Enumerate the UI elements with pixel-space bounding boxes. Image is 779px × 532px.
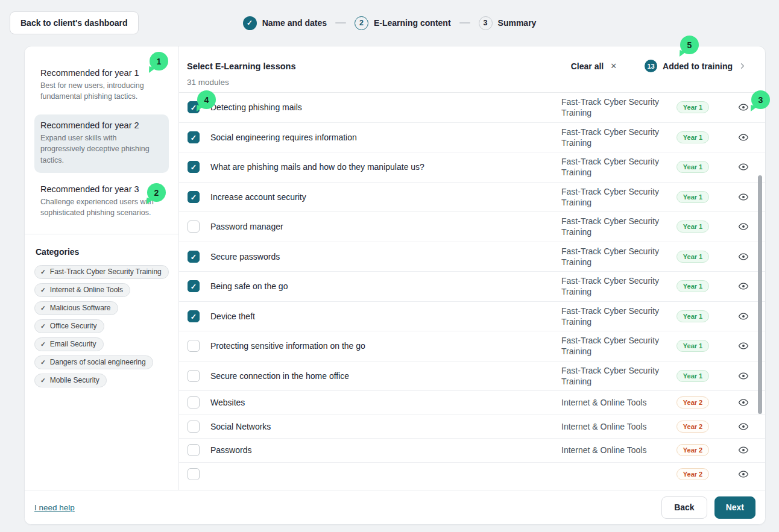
lesson-checkbox[interactable] (188, 131, 200, 143)
check-icon (191, 311, 197, 322)
preview-eye-icon[interactable] (738, 251, 749, 262)
category-filter-chip[interactable]: Email Security (34, 337, 104, 351)
check-icon (40, 268, 46, 276)
step-label: E-Learning content (374, 18, 451, 28)
lesson-title: Passwords (210, 445, 561, 455)
year-badge: Year 1 (676, 191, 709, 203)
preview-eye-icon[interactable] (738, 281, 749, 292)
preview-eye-icon[interactable] (738, 445, 749, 455)
recommendation-description: Expand user skills with progressively de… (40, 133, 163, 165)
lesson-category: Fast-Track Cyber Security Training (561, 272, 664, 301)
year-badge: Year 1 (676, 280, 709, 292)
lesson-checkbox[interactable] (188, 340, 200, 352)
check-icon (40, 286, 46, 294)
lesson-title: Being safe on the go (210, 281, 561, 291)
check-icon (40, 358, 46, 366)
year-badge: Year 1 (676, 161, 709, 173)
lesson-checkbox[interactable] (188, 421, 200, 433)
year-badge: Year 1 (676, 310, 709, 322)
lesson-row: Detecting phishing mails Fast-Track Cybe… (179, 93, 765, 123)
tooltip-marker-1[interactable]: 1 (150, 52, 168, 70)
lesson-checkbox[interactable] (188, 396, 200, 408)
step-summary[interactable]: 3 Summary (479, 16, 537, 30)
lesson-row: Secure connection in the home office Fas… (179, 361, 765, 392)
lesson-title: Protecting sensitive information on the … (210, 341, 561, 351)
back-to-dashboard-button[interactable]: Back to client's dashboard (10, 11, 139, 34)
check-icon (191, 161, 197, 172)
lesson-checkbox[interactable] (188, 468, 200, 480)
preview-eye-icon[interactable] (738, 132, 749, 143)
lesson-row: Secure passwords Fast-Track Cyber Securi… (179, 242, 765, 272)
lesson-checkbox[interactable] (188, 444, 200, 456)
tooltip-marker-2[interactable]: 2 (147, 183, 166, 202)
lesson-checkbox[interactable] (188, 191, 200, 203)
recommendations-sidebar: Recommended for year 1 Best for new user… (25, 46, 179, 490)
step-name-and-dates[interactable]: Name and dates (243, 16, 327, 30)
check-icon (40, 340, 46, 348)
lesson-title: Websites (210, 398, 561, 407)
recommendation-option[interactable]: Recommended for year 2 Expand user skill… (34, 114, 169, 172)
preview-eye-icon[interactable] (738, 397, 749, 408)
lesson-category: Fast-Track Cyber Security Training (561, 93, 664, 122)
lesson-category: Internet & Online Tools (561, 418, 664, 436)
preview-eye-icon[interactable] (738, 221, 749, 232)
lesson-row: Password manager Fast-Track Cyber Securi… (179, 212, 765, 242)
category-filter-chip[interactable]: Office Security (34, 319, 104, 333)
lesson-row: Passwords Internet & Online Tools Year 2 (179, 439, 765, 463)
back-button[interactable]: Back (661, 496, 707, 519)
clear-all-button[interactable]: Clear all ✕ (571, 61, 617, 71)
lesson-row: Being safe on the go Fast-Track Cyber Se… (179, 272, 765, 302)
wizard-stepper: Name and dates 2 E-Learning content 3 Su… (243, 16, 537, 30)
lesson-checkbox[interactable] (188, 370, 200, 382)
recommendation-title: Recommended for year 3 (40, 184, 163, 194)
category-filter-chip[interactable]: Fast-Track Cyber Security Training (34, 265, 169, 279)
check-icon (191, 132, 197, 143)
lesson-checkbox[interactable] (188, 310, 200, 322)
preview-eye-icon[interactable] (738, 340, 749, 351)
preview-eye-icon[interactable] (738, 102, 749, 113)
step-elearning-content[interactable]: 2 E-Learning content (355, 16, 451, 30)
added-to-training-button[interactable]: 13 Added to training (645, 60, 747, 72)
preview-eye-icon[interactable] (738, 371, 749, 381)
category-filter-chip[interactable]: Malicious Software (34, 301, 118, 315)
step-label: Name and dates (262, 18, 327, 28)
lesson-table: Detecting phishing mails Fast-Track Cybe… (179, 92, 765, 480)
wizard-footer: I need help Back Next (25, 490, 765, 524)
category-filter-chip[interactable]: Dangers of social engineering (34, 355, 153, 369)
tooltip-marker-4[interactable]: 4 (197, 90, 216, 109)
lesson-title: Password manager (210, 222, 561, 231)
lesson-category: Fast-Track Cyber Security Training (561, 361, 664, 390)
lesson-row: Increase account security Fast-Track Cyb… (179, 183, 765, 213)
close-icon: ✕ (610, 62, 617, 70)
lesson-title: Social engineering requires information (210, 133, 561, 142)
category-filter-chip[interactable]: Internet & Online Tools (34, 283, 130, 297)
preview-eye-icon[interactable] (738, 469, 749, 480)
lesson-row: Device theft Fast-Track Cyber Security T… (179, 302, 765, 332)
lesson-checkbox[interactable] (188, 251, 200, 263)
sidebar-divider (25, 234, 178, 234)
tooltip-marker-5[interactable]: 5 (680, 36, 699, 54)
category-filter-chip[interactable]: Mobile Security (34, 374, 107, 387)
next-button[interactable]: Next (714, 496, 755, 519)
tooltip-marker-3[interactable]: 3 (751, 90, 770, 109)
lesson-checkbox[interactable] (188, 161, 200, 173)
scrollbar-thumb[interactable] (758, 175, 762, 414)
preview-eye-icon[interactable] (738, 421, 749, 432)
preview-eye-icon[interactable] (738, 311, 749, 322)
lesson-row: Websites Internet & Online Tools Year 2 (179, 391, 765, 415)
chevron-right-icon (738, 61, 747, 70)
year-badge: Year 1 (676, 221, 709, 233)
preview-eye-icon[interactable] (738, 161, 749, 172)
help-link[interactable]: I need help (34, 503, 75, 512)
lesson-row: Social engineering requires information … (179, 123, 765, 153)
modules-count: 31 modules (179, 72, 765, 92)
lesson-category: Fast-Track Cyber Security Training (561, 331, 664, 360)
lesson-category: Fast-Track Cyber Security Training (561, 123, 664, 152)
preview-eye-icon[interactable] (738, 192, 749, 202)
lesson-checkbox[interactable] (188, 280, 200, 292)
category-chip-label: Email Security (50, 340, 96, 348)
lesson-category: Internet & Online Tools (561, 441, 664, 459)
recommendation-option[interactable]: Recommended for year 1 Best for new user… (34, 62, 169, 109)
lesson-checkbox[interactable] (188, 221, 200, 233)
lesson-row: Year 2 (179, 463, 765, 481)
